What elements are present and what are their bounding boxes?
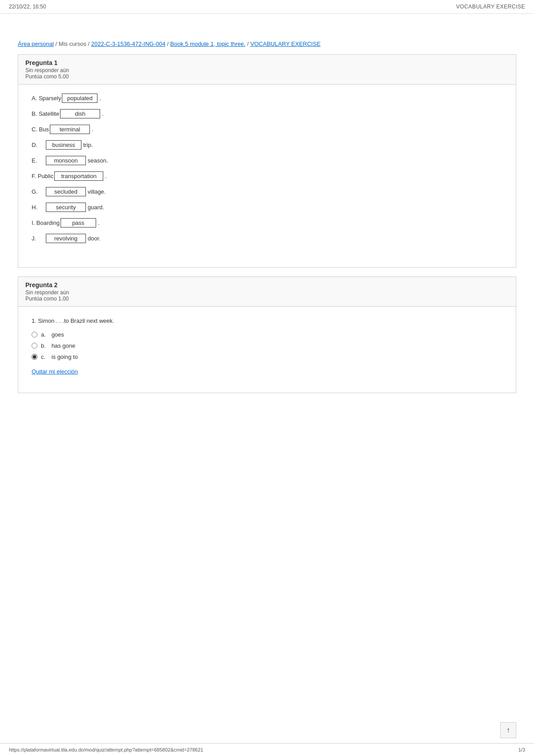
option-b-text: has gone — [52, 342, 76, 349]
item-e-word: monsoon — [46, 156, 86, 165]
question-1-header: Pregunta 1 Sin responder aún Puntúa como… — [18, 55, 516, 85]
radio-option-c[interactable]: c. is going to — [32, 354, 502, 360]
radio-option-b[interactable]: b. has gone — [32, 342, 502, 349]
item-a-prefix: A. Sparsely — [32, 95, 61, 102]
question-2-points: Puntúa como 1.00 — [25, 296, 509, 302]
item-j-prefix: J. — [32, 235, 45, 242]
exercise-item-f: F. Public transportation . — [32, 171, 502, 181]
item-c-suffix: . — [92, 126, 93, 133]
header-bar: 22/10/22, 16:50 VOCABULARY EXERCISE — [0, 0, 534, 14]
exercise-item-i: I. Boarding pass . — [32, 218, 502, 228]
header-title: VOCABULARY EXERCISE — [456, 4, 525, 10]
question-2-body: 1. Simon . . .to Brazil next week. a. go… — [18, 307, 516, 393]
question-1-title: Pregunta 1 — [25, 59, 509, 66]
item-d-word: business — [46, 140, 81, 150]
item-e-suffix: season. — [88, 157, 108, 164]
breadcrumb-sep2: / — [88, 41, 91, 47]
breadcrumb-course-code[interactable]: 2022-C-3-1536-472-ING-004 — [91, 41, 166, 47]
item-f-suffix: . — [105, 173, 107, 179]
item-i-prefix: I. Boarding — [32, 219, 60, 226]
exercise-item-g: G. secluded village. — [32, 187, 502, 196]
question-2-card: Pregunta 2 Sin responder aún Puntúa como… — [18, 276, 516, 393]
item-d-suffix: trip. — [83, 142, 93, 148]
item-f-word: transportation — [54, 171, 103, 181]
item-i-suffix: . — [98, 219, 100, 226]
item-g-suffix: village. — [88, 188, 105, 195]
footer-page: 1/3 — [518, 747, 525, 752]
radio-label-c: c. is going to — [41, 354, 78, 360]
radio-input-c[interactable] — [32, 354, 37, 360]
exercise-item-e: E. monsoon season. — [32, 156, 502, 165]
item-b-word: dish — [60, 109, 100, 118]
scroll-top-icon: ↑ — [506, 726, 510, 734]
breadcrumb-vocab-exercise[interactable]: VOCABULARY EXERCISE — [251, 41, 321, 47]
exercise-item-j: J. revolving door. — [32, 234, 502, 243]
item-j-word: revolving — [46, 234, 86, 243]
footer-url: https://plataformavirtual.itla.edu.do/mo… — [9, 747, 203, 752]
item-e-prefix: E. — [32, 157, 45, 164]
item-h-word: security — [46, 203, 86, 212]
clear-choice-link[interactable]: Quitar mi elección — [32, 368, 78, 375]
option-c-text: is going to — [52, 354, 78, 360]
item-c-prefix: C. Bus — [32, 126, 49, 133]
breadcrumb-sep1: / — [56, 41, 59, 47]
q2-sentence: 1. Simon . . .to Brazil next week. — [32, 317, 502, 324]
item-h-suffix: guard. — [88, 204, 104, 211]
item-i-word: pass — [61, 218, 96, 228]
item-d-prefix: D. — [32, 142, 45, 148]
question-2-status: Sin responder aún — [25, 289, 509, 296]
radio-label-b: b. has gone — [41, 342, 75, 349]
scroll-top-button[interactable]: ↑ — [500, 722, 516, 738]
header-datetime: 22/10/22, 16:50 — [9, 4, 46, 10]
question-1-card: Pregunta 1 Sin responder aún Puntúa como… — [18, 54, 516, 268]
exercise-item-a: A. Sparsely populated . — [32, 93, 502, 103]
item-j-suffix: door. — [88, 235, 101, 242]
option-a-text: goes — [52, 331, 64, 338]
item-h-prefix: H. — [32, 204, 45, 211]
exercise-item-b: B. Satellite dish . — [32, 109, 502, 118]
question-2-title: Pregunta 2 — [25, 281, 509, 289]
item-g-word: secluded — [46, 187, 86, 196]
footer-bar: https://plataformavirtual.itla.edu.do/mo… — [0, 743, 534, 756]
breadcrumb-sep3: / — [167, 41, 170, 47]
item-b-prefix: B. Satellite — [32, 110, 59, 117]
item-b-suffix: . — [102, 110, 104, 117]
main-content: Pregunta 1 Sin responder aún Puntúa como… — [0, 54, 534, 420]
breadcrumb-container: Área personal / Mis cursos / 2022-C-3-15… — [0, 14, 534, 54]
breadcrumb-sep4: / — [247, 41, 250, 47]
question-1-status: Sin responder aún — [25, 67, 509, 73]
radio-label-a: a. goes — [41, 331, 64, 338]
question-2-header: Pregunta 2 Sin responder aún Puntúa como… — [18, 277, 516, 307]
breadcrumb: Área personal / Mis cursos / 2022-C-3-15… — [18, 41, 516, 47]
radio-input-a[interactable] — [32, 332, 37, 337]
exercise-item-h: H. security guard. — [32, 203, 502, 212]
item-c-word: terminal — [50, 125, 90, 134]
exercise-item-c: C. Bus terminal . — [32, 125, 502, 134]
question-1-points: Puntúa como 5.00 — [25, 73, 509, 80]
breadcrumb-book-link[interactable]: Book 5 module 1, topic three. — [170, 41, 246, 47]
item-a-suffix: . — [99, 95, 101, 102]
radio-input-b[interactable] — [32, 343, 37, 349]
item-g-prefix: G. — [32, 188, 45, 195]
exercise-item-d: D. business trip. — [32, 140, 502, 150]
question-1-body: A. Sparsely populated . B. Satellite dis… — [18, 85, 516, 267]
breadcrumb-area-personal[interactable]: Área personal — [18, 41, 54, 47]
radio-option-a[interactable]: a. goes — [32, 331, 502, 338]
item-a-word: populated — [62, 93, 97, 103]
breadcrumb-mis-cursos: Mis cursos — [59, 41, 86, 47]
item-f-prefix: F. Public — [32, 173, 53, 179]
